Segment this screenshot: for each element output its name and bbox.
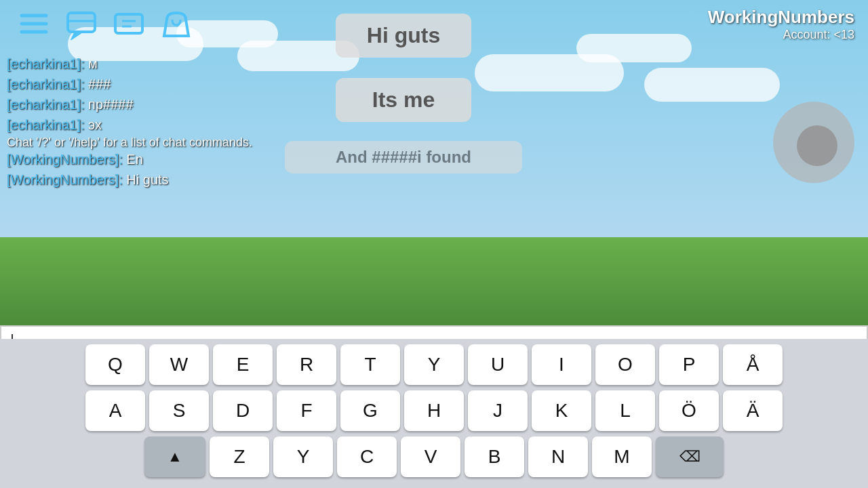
key-E[interactable]: E (213, 344, 273, 385)
speech-bubble-2: Its me (336, 78, 471, 122)
backspace-key[interactable]: ⌫ (656, 436, 724, 477)
key-Y2[interactable]: Y (273, 436, 333, 477)
key-A-ring[interactable]: Å (723, 344, 783, 385)
menu-icon[interactable] (14, 3, 54, 44)
key-I[interactable]: I (532, 344, 591, 385)
key-O[interactable]: O (595, 344, 655, 385)
key-D[interactable]: D (213, 390, 273, 431)
svg-rect-6 (115, 14, 142, 33)
key-G[interactable]: G (340, 390, 400, 431)
account-info: WorkingNumbers Account: <13 (708, 7, 854, 42)
key-Q[interactable]: Q (85, 344, 145, 385)
inventory-icon[interactable] (156, 3, 197, 44)
key-R[interactable]: R (277, 344, 336, 385)
account-username: WorkingNumbers (708, 7, 854, 28)
key-V[interactable]: V (401, 436, 460, 477)
svg-marker-5 (73, 32, 81, 37)
key-C[interactable]: C (337, 436, 397, 477)
account-number: Account: <13 (708, 28, 854, 42)
messages-icon[interactable] (108, 3, 149, 44)
key-H[interactable]: H (404, 390, 464, 431)
key-W[interactable]: W (149, 344, 209, 385)
key-B[interactable]: B (465, 436, 524, 477)
key-S[interactable]: S (149, 390, 209, 431)
keyboard-row-1: Q W E R T Y U I O P Å (3, 344, 865, 385)
joystick-knob[interactable] (797, 125, 837, 166)
shift-key[interactable]: ▲ (144, 436, 205, 477)
key-U[interactable]: U (468, 344, 528, 385)
speech-bubble-3: And #####i found (285, 141, 522, 174)
joystick-control[interactable] (773, 102, 854, 183)
key-J[interactable]: J (468, 390, 528, 431)
key-K[interactable]: K (532, 390, 591, 431)
key-N[interactable]: N (528, 436, 588, 477)
key-L[interactable]: L (595, 390, 655, 431)
svg-rect-3 (68, 13, 95, 32)
key-F[interactable]: F (277, 390, 336, 431)
key-Z[interactable]: Z (210, 436, 269, 477)
speech-bubble-1: Hi guts (336, 14, 471, 58)
keyboard-row-3: ▲ Z Y C V B N M ⌫ (3, 436, 865, 477)
key-P[interactable]: P (659, 344, 719, 385)
key-M[interactable]: M (592, 436, 652, 477)
key-A[interactable]: A (85, 390, 145, 431)
key-Y[interactable]: Y (404, 344, 464, 385)
ground-area (0, 237, 868, 329)
chat-bubble-icon[interactable] (61, 3, 102, 44)
key-O-umlaut[interactable]: Ö (659, 390, 719, 431)
key-A-umlaut[interactable]: Ä (723, 390, 783, 431)
keyboard: Q W E R T Y U I O P Å A S D F G H J K L … (0, 339, 868, 488)
speech-bubbles-container: Hi guts Its me And #####i found (285, 14, 522, 187)
key-T[interactable]: T (340, 344, 400, 385)
keyboard-row-2: A S D F G H J K L Ö Ä (3, 390, 865, 431)
